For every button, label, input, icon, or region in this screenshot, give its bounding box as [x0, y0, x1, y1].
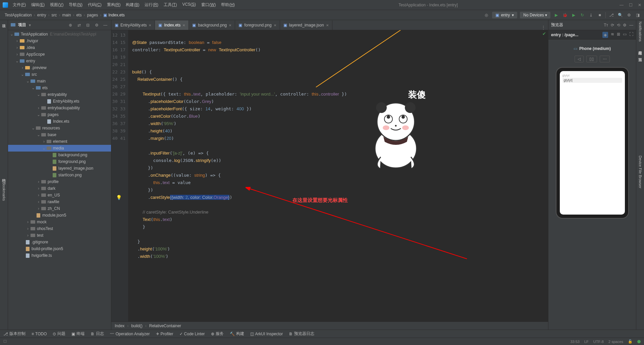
more-icon[interactable]: ⋯	[600, 56, 610, 62]
stack-icon[interactable]: ◈	[602, 32, 608, 38]
crumb-segment[interactable]: main	[61, 13, 72, 17]
search-icon[interactable]: 🔍	[617, 12, 623, 18]
menu-item[interactable]: 窗口(W)	[199, 1, 218, 8]
rotate-icon[interactable]: ⟲	[617, 23, 620, 27]
bottom-tool[interactable]: 🔨构建	[230, 331, 244, 337]
menu-item[interactable]: VCS(S)	[180, 1, 198, 8]
collapse-icon[interactable]: ⊟	[85, 22, 91, 28]
code-editor[interactable]: ✔@State passwordState: boolean = false c…	[128, 30, 548, 322]
debug-icon[interactable]: 🐞	[562, 12, 568, 18]
attach-icon[interactable]: ⤓	[588, 12, 594, 18]
tree-node[interactable]: foreground.png	[8, 158, 111, 165]
gear-icon[interactable]: ⚙	[623, 23, 627, 27]
tree-node[interactable]: ⌄pages	[8, 111, 111, 118]
tree-node[interactable]: ›profile	[8, 178, 111, 185]
device-selector[interactable]: No Devices ▾	[520, 12, 550, 18]
tree-node[interactable]: ›.hvigor	[8, 38, 111, 44]
bottom-tool[interactable]: ✓Code Linter	[179, 332, 205, 336]
tree-node[interactable]: ⌄media	[8, 145, 111, 152]
layers-icon[interactable]: ≋	[611, 32, 614, 38]
switch-icon[interactable]: ▯▯	[586, 56, 597, 62]
bottom-tool[interactable]: ◫ArkUI Inspector	[250, 332, 283, 336]
tree-node[interactable]: ›en_US	[8, 192, 111, 198]
hide-icon[interactable]: —	[102, 22, 108, 28]
editor-tab[interactable]: ▣Index.ets✕	[155, 20, 189, 30]
file-encoding[interactable]: UTF-8	[593, 340, 604, 344]
tree-node[interactable]: ⌄src	[8, 71, 111, 78]
run-icon[interactable]: ▶	[553, 12, 559, 18]
editor-tab[interactable]: ▣background.png✕	[189, 20, 235, 30]
tree-node[interactable]: .gitignore	[8, 239, 111, 245]
bottom-tool[interactable]: 🗎预览器日志	[289, 331, 314, 337]
tree-node[interactable]: ⌄TestApplicationE:\nana\Desktop\TestAppl	[8, 31, 111, 38]
tree-node[interactable]: EntryAbility.ets	[8, 98, 111, 105]
tree-node[interactable]: ›element	[8, 138, 111, 145]
bottom-tool[interactable]: ⊕服务	[211, 331, 224, 337]
tree-node[interactable]: Index.ets	[8, 118, 111, 125]
tree-node[interactable]: ›entrybackupability	[8, 105, 111, 111]
bottom-tool[interactable]: 〰Operation Analyzer	[110, 332, 150, 336]
menu-item[interactable]: 视图(V)	[48, 1, 65, 8]
crumb-segment[interactable]: src	[50, 13, 58, 17]
menu-item[interactable]: 文件(F)	[11, 1, 28, 8]
line-ending[interactable]: LF	[584, 340, 589, 344]
menu-item[interactable]: 导航(N)	[67, 1, 85, 8]
gear-icon[interactable]: ⚙	[94, 22, 100, 28]
crumb-file[interactable]: ▣Index.ets	[102, 13, 126, 17]
tree-node[interactable]: ›zh_CN	[8, 205, 111, 212]
tab-close-icon[interactable]: ✕	[229, 23, 231, 27]
crumb-segment[interactable]: pages	[86, 13, 99, 17]
close-icon[interactable]: ✕	[638, 3, 641, 7]
bottom-tool[interactable]: ≡TODO	[32, 332, 47, 336]
tab-close-icon[interactable]: ✕	[182, 23, 185, 27]
help-icon[interactable]: ◨	[635, 12, 641, 18]
editor-crumb[interactable]: Index	[115, 324, 124, 328]
tree-node[interactable]: ›dark	[8, 185, 111, 192]
editor-crumb[interactable]: build()	[131, 324, 142, 328]
readonly-icon[interactable]: 🔓	[628, 339, 633, 344]
run-config-selector[interactable]: ▣entry▾	[492, 12, 518, 18]
editor-tab[interactable]: ▣foreground.png✕	[235, 20, 280, 30]
phone-screen[interactable]: gtytyt gtytyt|	[560, 71, 625, 215]
tab-close-icon[interactable]: ✕	[326, 23, 329, 27]
hide-icon[interactable]: —	[629, 23, 633, 27]
focus-icon[interactable]: ⛶	[629, 32, 633, 38]
maximize-icon[interactable]: ☐	[629, 3, 633, 7]
right-tab-device-browser[interactable]: Device File Browser	[638, 156, 642, 188]
rerun-icon[interactable]: ↻	[579, 12, 585, 18]
tree-node[interactable]: background.png	[8, 152, 111, 158]
tree-node[interactable]: hvigorfile.ts	[8, 252, 111, 259]
menu-item[interactable]: 构建(B)	[124, 1, 141, 8]
editor-tab[interactable]: ▣layered_image.json✕	[280, 20, 332, 30]
bottom-tool[interactable]: 🗎日志	[91, 331, 104, 337]
tree-node[interactable]: module.json5	[8, 212, 111, 219]
crumb-segment[interactable]: entry	[36, 13, 48, 17]
bottom-tool[interactable]: ✈Profiler	[156, 332, 173, 336]
grid-icon[interactable]: ⊞	[617, 32, 620, 38]
intention-bulb-icon[interactable]: 💡	[116, 194, 122, 201]
tree-node[interactable]: ›.idea	[8, 44, 111, 51]
editor-crumb[interactable]: RelativeContainer	[149, 324, 181, 328]
menu-item[interactable]: 编辑(E)	[29, 1, 47, 8]
tree-node[interactable]: ›AppScope	[8, 51, 111, 58]
tree-node[interactable]: ›.preview	[8, 64, 111, 71]
crumb-segment[interactable]: ets	[75, 13, 83, 17]
tree-node[interactable]: ›rawfile	[8, 198, 111, 205]
bottom-tool[interactable]: ⎇版本控制	[3, 331, 25, 337]
menu-item[interactable]: 代码(C)	[86, 1, 104, 8]
tree-node[interactable]: ⌄base	[8, 131, 111, 138]
tree-node[interactable]: ›mock	[8, 219, 111, 225]
tree-node[interactable]: startIcon.png	[8, 172, 111, 178]
bottom-tool[interactable]: ▣终端	[71, 331, 85, 337]
left-tab-bookmarks[interactable]: Bookmarks	[2, 182, 6, 201]
bottom-tool[interactable]: ⊙问题	[53, 331, 65, 337]
back-icon[interactable]: ◁	[575, 56, 584, 62]
refresh-icon[interactable]: ⟳	[611, 23, 614, 27]
tab-close-icon[interactable]: ✕	[274, 23, 276, 27]
tree-node[interactable]: build-profile.json5	[8, 245, 111, 252]
menu-item[interactable]: 工具(T)	[162, 1, 179, 8]
screen-input-field[interactable]: gtytyt|	[562, 78, 622, 83]
menu-item[interactable]: 重构(R)	[105, 1, 123, 8]
tree-node[interactable]: ›ohosTest	[8, 225, 111, 232]
target-icon[interactable]: ◎	[483, 12, 489, 18]
